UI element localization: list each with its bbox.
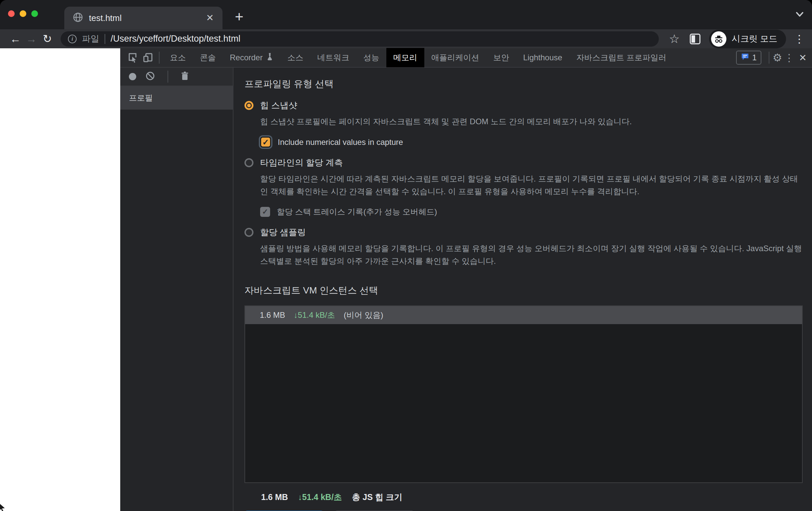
radio-unselected-icon[interactable] bbox=[244, 228, 254, 237]
issues-counter-button[interactable]: 1 bbox=[736, 51, 761, 65]
address-bar[interactable]: i 파일 /Users/yceffort/Desktop/test.html bbox=[61, 31, 659, 47]
total-heap-summary: 1.6 MB ↓51.4 kB/초 총 JS 힙 크기 bbox=[244, 492, 803, 503]
file-scheme-chip: 파일 bbox=[82, 33, 99, 45]
down-arrow-icon: ↓ bbox=[298, 492, 302, 502]
tab-search-chevron-icon[interactable] bbox=[795, 11, 805, 19]
issues-bubble-icon bbox=[741, 53, 749, 63]
close-tab-icon[interactable]: ✕ bbox=[206, 13, 214, 23]
devtools-tabbar: 요소 콘솔 Recorder 소스 네트워크 성능 메모리 애플리케이션 보안 … bbox=[120, 48, 812, 67]
devtools-close-icon[interactable]: ✕ bbox=[799, 52, 807, 63]
sidebar-item-profiles[interactable]: 프로필 bbox=[120, 86, 233, 110]
window-controls bbox=[8, 10, 38, 17]
page-info-icon[interactable]: i bbox=[68, 35, 77, 43]
total-heap-rate: ↓51.4 kB/초 bbox=[298, 492, 342, 503]
option-description: 할당 타임라인은 시간에 따라 계측된 자바스크립트 메모리 할당을 보여줍니다… bbox=[260, 173, 803, 198]
tab-memory[interactable]: 메모리 bbox=[386, 48, 424, 67]
browser-window: test.html ✕ + ← → ↻ i 파일 /Users/yceffort… bbox=[0, 0, 812, 511]
browser-toolbar: ← → ↻ i 파일 /Users/yceffort/Desktop/test.… bbox=[0, 29, 812, 48]
tab-js-profiler[interactable]: 자바스크립트 프로파일러 bbox=[569, 48, 673, 67]
radio-unselected-icon[interactable] bbox=[244, 158, 254, 167]
back-icon[interactable]: ← bbox=[7, 33, 23, 45]
profiles-sidebar: 프로필 bbox=[120, 67, 233, 511]
radio-option-allocation-sampling[interactable]: 할당 샘플링 bbox=[244, 227, 803, 238]
radio-selected-icon[interactable] bbox=[244, 101, 254, 110]
checkbox-label: Include numerical values in capture bbox=[278, 138, 403, 147]
devtools-tabbar-right: 1 ⚙ ⋮ ✕ bbox=[736, 51, 807, 65]
checkbox-row-stack-traces[interactable]: ✓ 할당 스택 트레이스 기록(추가 성능 오버헤드) bbox=[260, 206, 803, 217]
option-label: 할당 샘플링 bbox=[260, 227, 306, 238]
url-text[interactable]: /Users/yceffort/Desktop/test.html bbox=[111, 34, 651, 44]
profiling-type-panel: 프로파일링 유형 선택 힙 스냅샷 힙 스냅샷 프로필에는 페이지의 자바스크립… bbox=[233, 67, 812, 511]
vm-empty-note: (비어 있음) bbox=[344, 310, 383, 320]
total-heap-size: 1.6 MB bbox=[261, 492, 288, 502]
window-content: 요소 콘솔 Recorder 소스 네트워크 성능 메모리 애플리케이션 보안 … bbox=[0, 48, 812, 511]
incognito-badge: 시크릿 모드 bbox=[709, 30, 786, 48]
tab-application[interactable]: 애플리케이션 bbox=[424, 48, 486, 67]
tab-lighthouse[interactable]: Lighthouse bbox=[516, 48, 569, 67]
page-viewport bbox=[0, 48, 120, 511]
reload-icon[interactable]: ↻ bbox=[39, 32, 55, 45]
option-description: 샘플링 방법을 사용해 메모리 할당을 기록합니다. 이 프로필 유형의 경우 … bbox=[260, 242, 803, 267]
toolbar-divider bbox=[168, 70, 168, 83]
checkbox-checked-icon[interactable]: ✓ bbox=[260, 137, 271, 148]
radio-option-heap-snapshot[interactable]: 힙 스냅샷 bbox=[244, 100, 803, 111]
address-divider bbox=[105, 34, 105, 44]
vm-heap-size: 1.6 MB bbox=[260, 310, 285, 320]
tab-title: test.html bbox=[89, 13, 200, 23]
radio-option-allocation-timeline[interactable]: 타임라인의 할당 계측 bbox=[244, 157, 803, 169]
profiling-type-heading: 프로파일링 유형 선택 bbox=[244, 78, 803, 90]
tab-network[interactable]: 네트워크 bbox=[311, 48, 356, 67]
flask-icon bbox=[266, 53, 273, 63]
new-tab-button[interactable]: + bbox=[230, 7, 249, 26]
browser-menu-icon[interactable]: ⋮ bbox=[794, 33, 805, 45]
zoom-window-button[interactable] bbox=[31, 10, 38, 17]
globe-favicon-icon bbox=[73, 12, 83, 24]
option-label: 타임라인의 할당 계측 bbox=[260, 157, 343, 169]
incognito-icon bbox=[711, 31, 726, 47]
tab-elements[interactable]: 요소 bbox=[163, 48, 193, 67]
toolbar-divider bbox=[769, 52, 770, 64]
incognito-label: 시크릿 모드 bbox=[732, 33, 777, 45]
devtools-panel: 요소 콘솔 Recorder 소스 네트워크 성능 메모리 애플리케이션 보안 … bbox=[120, 48, 812, 511]
browser-tab[interactable]: test.html ✕ bbox=[64, 7, 223, 29]
tab-console[interactable]: 콘솔 bbox=[193, 48, 223, 67]
delete-profile-trash-icon[interactable] bbox=[181, 71, 189, 82]
option-label: 힙 스냅샷 bbox=[260, 100, 297, 111]
memory-panel: 프로필 프로파일링 유형 선택 힙 스냅샷 힙 스냅샷 프로필에는 페이지의 자… bbox=[120, 67, 812, 511]
tab-strip: test.html ✕ + bbox=[0, 0, 812, 29]
tab-performance[interactable]: 성능 bbox=[356, 48, 386, 67]
devtools-menu-icon[interactable]: ⋮ bbox=[784, 52, 794, 64]
inspect-element-icon[interactable] bbox=[125, 50, 140, 65]
toolbar-divider bbox=[159, 52, 160, 64]
clear-profiles-icon[interactable] bbox=[146, 71, 155, 82]
vm-instances-heading: 자바스크립트 VM 인스턴스 선택 bbox=[244, 284, 803, 297]
record-profile-icon[interactable] bbox=[129, 73, 136, 80]
tab-sources[interactable]: 소스 bbox=[281, 48, 311, 67]
tab-recorder[interactable]: Recorder bbox=[223, 48, 281, 67]
checkbox-checked-disabled-icon: ✓ bbox=[260, 207, 270, 217]
close-window-button[interactable] bbox=[8, 10, 14, 17]
vm-heap-rate: ↓51.4 kB/초 bbox=[294, 310, 335, 320]
minimize-window-button[interactable] bbox=[20, 10, 26, 17]
total-heap-label: 총 JS 힙 크기 bbox=[352, 492, 402, 503]
issues-count: 1 bbox=[752, 53, 756, 62]
device-toolbar-icon[interactable] bbox=[140, 50, 155, 65]
bookmark-star-icon[interactable]: ☆ bbox=[669, 32, 679, 46]
vm-instance-row-selected[interactable]: 1.6 MB ↓51.4 kB/초 (비어 있음) bbox=[245, 306, 802, 324]
checkbox-label: 할당 스택 트레이스 기록(추가 성능 오버헤드) bbox=[277, 206, 437, 217]
vm-instance-list: 1.6 MB ↓51.4 kB/초 (비어 있음) bbox=[244, 306, 803, 483]
checkbox-row-numeric-values[interactable]: ✓ Include numerical values in capture bbox=[260, 137, 803, 148]
devtools-settings-gear-icon[interactable]: ⚙ bbox=[773, 51, 782, 64]
side-panel-icon[interactable] bbox=[690, 34, 700, 44]
profiles-toolbar bbox=[120, 67, 233, 86]
mouse-cursor bbox=[0, 502, 7, 511]
profiles-label: 프로필 bbox=[129, 93, 153, 103]
forward-icon[interactable]: → bbox=[23, 33, 39, 45]
down-arrow-icon: ↓ bbox=[294, 310, 298, 319]
tab-security[interactable]: 보안 bbox=[486, 48, 516, 67]
option-description: 힙 스냅샷 프로필에는 페이지의 자바스크립트 객체 및 관련 DOM 노드 간… bbox=[260, 115, 803, 128]
